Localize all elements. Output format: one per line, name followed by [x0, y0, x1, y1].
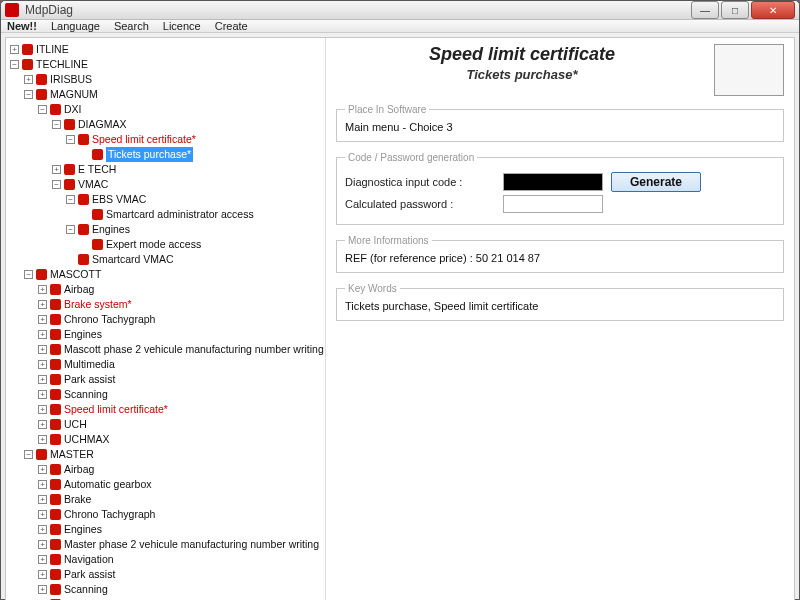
tree: +ITLINE −TECHLINE +IRISBUS −MAGNUM −DXI … [8, 42, 323, 600]
menu-search[interactable]: Search [114, 20, 149, 32]
brand-icon [50, 359, 61, 370]
brand-icon [78, 134, 89, 145]
detail-header: Speed limit certificate Tickets purchase… [336, 44, 784, 96]
menu-new[interactable]: New!! [7, 20, 37, 32]
tree-item[interactable]: +Park assist [38, 567, 323, 582]
brand-icon [36, 449, 47, 460]
tree-item[interactable]: +Park assist [38, 372, 323, 387]
brand-icon [50, 494, 61, 505]
tree-item[interactable]: +Airbag [38, 462, 323, 477]
brand-icon [78, 254, 89, 265]
tree-item-speed-cert[interactable]: −Speed limit certificate* [66, 132, 323, 147]
brand-icon [50, 509, 61, 520]
tree-item-dxi[interactable]: −DXI [38, 102, 323, 117]
brand-icon [50, 434, 61, 445]
brand-icon [64, 179, 75, 190]
brand-icon [50, 554, 61, 565]
tree-item[interactable]: +Automatic gearbox [38, 477, 323, 492]
tree-item[interactable]: +Scanning [38, 387, 323, 402]
place-in-software-group: Place In Software Main menu - Choice 3 [336, 104, 784, 142]
detail-pane: Speed limit certificate Tickets purchase… [326, 38, 794, 600]
tree-item[interactable]: +Brake [38, 492, 323, 507]
tree-item[interactable]: +Brake system* [38, 297, 323, 312]
menu-language[interactable]: Language [51, 20, 100, 32]
tree-item[interactable]: +Scanning [38, 582, 323, 597]
generate-button[interactable]: Generate [611, 172, 701, 192]
brand-icon [50, 464, 61, 475]
content: +ITLINE −TECHLINE +IRISBUS −MAGNUM −DXI … [5, 37, 795, 600]
tree-item-magnum[interactable]: −MAGNUM [24, 87, 323, 102]
tree-item[interactable]: +Engines [38, 327, 323, 342]
place-legend: Place In Software [345, 104, 429, 115]
tree-item[interactable]: +UCHMAX [38, 432, 323, 447]
detail-title: Speed limit certificate [336, 44, 708, 65]
tree-item-engines-vmac[interactable]: −Engines [66, 222, 323, 237]
window-controls: — □ ✕ [691, 1, 795, 19]
brand-icon [50, 569, 61, 580]
calc-password-label: Calculated password : [345, 198, 495, 210]
tree-item[interactable]: +Speed limit certificate* [38, 402, 323, 417]
brand-icon [92, 209, 103, 220]
brand-icon [92, 149, 103, 160]
brand-icon [78, 194, 89, 205]
ref-value: REF (for reference price) : 50 21 014 87 [345, 252, 775, 264]
brand-icon [50, 389, 61, 400]
tree-item-master[interactable]: −MASTER [24, 447, 323, 462]
brand-icon [92, 239, 103, 250]
menu-licence[interactable]: Licence [163, 20, 201, 32]
tree-item-smartcard-admin[interactable]: Smartcard administrator access [80, 207, 323, 222]
brand-icon [36, 269, 47, 280]
brand-icon [22, 59, 33, 70]
more-legend: More Informations [345, 235, 432, 246]
brand-icon [50, 584, 61, 595]
diag-code-label: Diagnostica input code : [345, 176, 495, 188]
tree-item[interactable]: +Chrono Tachygraph [38, 312, 323, 327]
close-button[interactable]: ✕ [751, 1, 795, 19]
keywords-value: Tickets purchase, Speed limit certificat… [345, 300, 775, 312]
brand-icon [50, 404, 61, 415]
tree-item-etech[interactable]: +E TECH [52, 162, 323, 177]
tree-item-diagmax[interactable]: −DIAGMAX [52, 117, 323, 132]
brand-icon [50, 329, 61, 340]
more-info-group: More Informations REF (for reference pri… [336, 235, 784, 273]
tree-item-expert-mode[interactable]: Expert mode access [80, 237, 323, 252]
tree-item-mascott[interactable]: −MASCOTT [24, 267, 323, 282]
brand-icon [50, 524, 61, 535]
minimize-button[interactable]: — [691, 1, 719, 19]
maximize-button[interactable]: □ [721, 1, 749, 19]
tree-item-techline[interactable]: −TECHLINE [10, 57, 323, 72]
titlebar[interactable]: MdpDiag — □ ✕ [1, 1, 799, 20]
tree-item-irisbus[interactable]: +IRISBUS [24, 72, 323, 87]
tree-pane[interactable]: +ITLINE −TECHLINE +IRISBUS −MAGNUM −DXI … [6, 38, 326, 600]
tree-item-ebs-vmac[interactable]: −EBS VMAC [66, 192, 323, 207]
brand-icon [50, 344, 61, 355]
code-legend: Code / Password generation [345, 152, 477, 163]
tree-item[interactable]: +Navigation [38, 552, 323, 567]
calc-password-output[interactable] [503, 195, 603, 213]
brand-icon [36, 74, 47, 85]
tree-item-smartcard-vmac[interactable]: Smartcard VMAC [66, 252, 323, 267]
brand-icon [22, 44, 33, 55]
tree-item[interactable]: +Multimedia [38, 357, 323, 372]
detail-subtitle: Tickets purchase* [336, 67, 708, 82]
tree-item[interactable]: +Mascott phase 2 vehicule manufacturing … [38, 342, 323, 357]
menu-create[interactable]: Create [215, 20, 248, 32]
brand-icon [50, 284, 61, 295]
tree-item[interactable]: +Engines [38, 522, 323, 537]
tree-item[interactable]: +Master phase 2 vehicule manufacturing n… [38, 537, 323, 552]
app-icon [5, 3, 19, 17]
brand-icon [64, 119, 75, 130]
tree-item[interactable]: +Airbag [38, 282, 323, 297]
tree-item[interactable]: +UCH [38, 417, 323, 432]
keywords-group: Key Words Tickets purchase, Speed limit … [336, 283, 784, 321]
tree-item-vmac[interactable]: −VMAC [52, 177, 323, 192]
brand-icon [50, 479, 61, 490]
brand-icon [50, 419, 61, 430]
brand-icon [50, 104, 61, 115]
tree-item[interactable]: +Chrono Tachygraph [38, 507, 323, 522]
diag-code-input[interactable] [503, 173, 603, 191]
tree-item-tickets-purchase[interactable]: Tickets purchase* [80, 147, 323, 162]
tree-item-itline[interactable]: +ITLINE [10, 42, 323, 57]
brand-icon [50, 374, 61, 385]
keywords-legend: Key Words [345, 283, 400, 294]
